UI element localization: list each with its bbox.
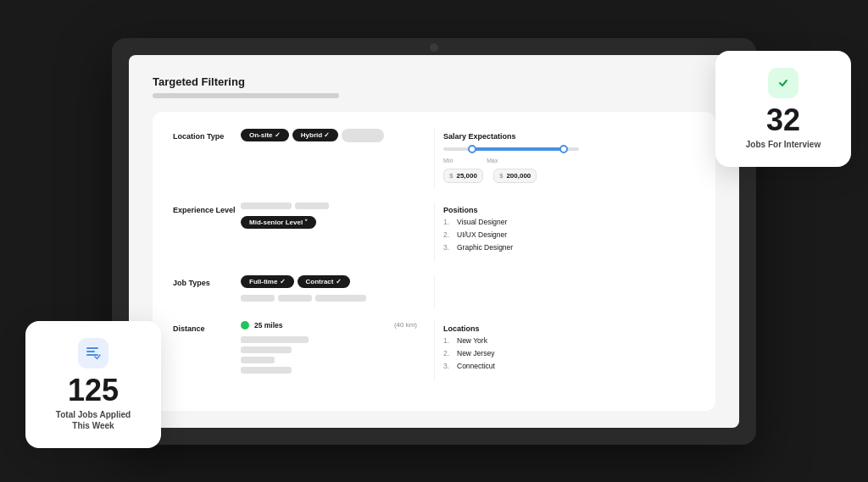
experience-controls: Mid-senior Level ˅ — [241, 202, 329, 229]
item-num: 3. — [443, 243, 453, 252]
svg-rect-1 — [86, 351, 95, 352]
salary-thumb-max[interactable] — [559, 145, 568, 153]
salary-section: Salary Expectations Min Max $ — [443, 129, 695, 183]
svg-rect-3 — [776, 75, 791, 91]
salary-inputs: $ 25,000 $ 200,000 — [443, 169, 695, 183]
positions-list: 1. Visual Designer 2. UI/UX Designer 3. … — [443, 218, 695, 252]
experience-bars: Mid-senior Level ˅ — [241, 202, 329, 229]
distance-section: 25 miles (40 km) — [241, 321, 417, 374]
positions-section: Positions 1. Visual Designer 2. UI/UX De… — [443, 202, 695, 256]
item-name: New Jersey — [457, 349, 494, 357]
distance-label: Distance — [173, 324, 241, 333]
onsite-tag[interactable]: On-site ✓ — [241, 129, 289, 141]
salary-slider-track[interactable] — [443, 147, 579, 151]
fulltime-tag[interactable]: Full-time ✓ — [241, 275, 294, 288]
filter-card: Location Type On-site ✓ Hybrid ✓ Salary … — [153, 112, 715, 411]
page-title: Targeted Filtering — [153, 75, 715, 88]
min-value: 25,000 — [456, 172, 476, 180]
jobs-interview-card: 32 Jobs For Interview — [715, 51, 851, 167]
list-check-icon — [84, 344, 103, 363]
green-dot-icon — [241, 321, 249, 330]
jobs-interview-description: Jobs For Interview — [746, 139, 821, 150]
salary-label: Salary Expectations — [443, 132, 695, 141]
list-item: 3. Connecticut — [443, 362, 695, 370]
item-name: UI/UX Designer — [457, 230, 507, 239]
list-item: 2. UI/UX Designer — [443, 230, 695, 239]
job-types-label: Job Types — [173, 279, 241, 287]
jt-bar-2 — [278, 295, 312, 302]
location-placeholder — [342, 129, 384, 142]
list-item: 2. New Jersey — [443, 349, 695, 357]
dist-bar-1 — [241, 336, 309, 343]
experience-label: Experience Level — [173, 206, 241, 214]
list-item: 1. New York — [443, 336, 695, 345]
location-type-label: Location Type — [173, 132, 241, 141]
job-types-controls: Full-time ✓ Contract ✓ — [241, 275, 417, 302]
locations-label: Locations — [443, 324, 695, 333]
item-num: 3. — [443, 362, 453, 370]
salary-row: Salary Expectations Min Max $ — [434, 129, 695, 189]
experience-row: Experience Level Mid-senior Level ˅ — [173, 202, 434, 262]
positions-row: Positions 1. Visual Designer 2. UI/UX De… — [434, 202, 695, 262]
salary-min-max-labels: Min Max — [443, 158, 695, 163]
item-name: Visual Designer — [457, 218, 507, 226]
jobs-applied-number: 125 — [68, 375, 119, 406]
jobs-applied-description: Total Jobs Applied This Week — [56, 409, 131, 431]
checkmark-icon — [774, 74, 793, 92]
svg-rect-0 — [86, 347, 98, 349]
distance-bars — [241, 336, 417, 374]
locations-list: 1. New York 2. New Jersey 3. Connecticut — [443, 336, 695, 370]
location-type-controls: On-site ✓ Hybrid ✓ — [241, 129, 384, 142]
locations-section: Locations 1. New York 2. New Jersey — [443, 321, 695, 374]
item-num: 2. — [443, 230, 453, 239]
locations-row: Locations 1. New York 2. New Jersey — [434, 321, 695, 380]
contract-tag[interactable]: Contract ✓ — [298, 275, 350, 288]
jobs-applied-icon-box — [78, 338, 108, 368]
max-currency: $ — [499, 172, 503, 180]
salary-min-input[interactable]: $ 25,000 — [443, 169, 483, 183]
item-name: Connecticut — [457, 362, 495, 370]
jobs-interview-icon-box — [768, 68, 798, 98]
screen-content: Targeted Filtering Location Type On-site… — [129, 55, 739, 428]
hybrid-tag[interactable]: Hybrid ✓ — [292, 129, 339, 141]
item-num: 1. — [443, 218, 453, 226]
mid-senior-tag[interactable]: Mid-senior Level ˅ — [241, 216, 316, 229]
salary-max-input[interactable]: $ 200,000 — [493, 169, 537, 183]
distance-value: 25 miles — [254, 321, 283, 330]
item-num: 2. — [443, 349, 453, 357]
jobs-applied-card: 125 Total Jobs Applied This Week — [25, 321, 161, 448]
dist-bar-2 — [241, 346, 292, 353]
exp-bar-1 — [241, 202, 292, 209]
jt-bar-3 — [315, 295, 366, 302]
location-type-row: Location Type On-site ✓ Hybrid ✓ — [173, 129, 434, 189]
distance-row: Distance 25 miles (40 km) — [173, 321, 434, 380]
item-num: 1. — [443, 336, 453, 345]
svg-rect-2 — [86, 354, 98, 356]
list-item: 3. Graphic Designer — [443, 243, 695, 252]
laptop-screen: Targeted Filtering Location Type On-site… — [129, 55, 739, 428]
dist-bar-4 — [241, 367, 292, 374]
job-types-row: Job Types Full-time ✓ Contract ✓ — [173, 275, 434, 307]
list-item: 1. Visual Designer — [443, 218, 695, 226]
max-label: Max — [487, 158, 498, 163]
camera-notch — [430, 43, 438, 52]
jt-bar-1 — [241, 295, 275, 302]
salary-slider-fill — [470, 147, 565, 151]
jobs-interview-number: 32 — [766, 105, 800, 136]
exp-bar-2 — [295, 202, 329, 209]
min-currency: $ — [449, 172, 453, 180]
job-type-bars — [241, 295, 366, 302]
item-name: Graphic Designer — [457, 243, 513, 252]
dist-bar-3 — [241, 357, 275, 363]
salary-thumb-min[interactable] — [468, 145, 476, 153]
exp-row-1 — [241, 202, 329, 209]
title-bar-decoration — [153, 93, 339, 98]
max-value: 200,000 — [506, 172, 531, 180]
exp-row-2: Mid-senior Level ˅ — [241, 213, 329, 229]
min-label: Min — [443, 158, 453, 163]
distance-km: (40 km) — [394, 321, 417, 329]
item-name: New York — [457, 336, 487, 345]
laptop-shell: Targeted Filtering Location Type On-site… — [112, 38, 756, 445]
filler-row — [434, 275, 695, 307]
distance-indicator: 25 miles (40 km) — [241, 321, 417, 330]
